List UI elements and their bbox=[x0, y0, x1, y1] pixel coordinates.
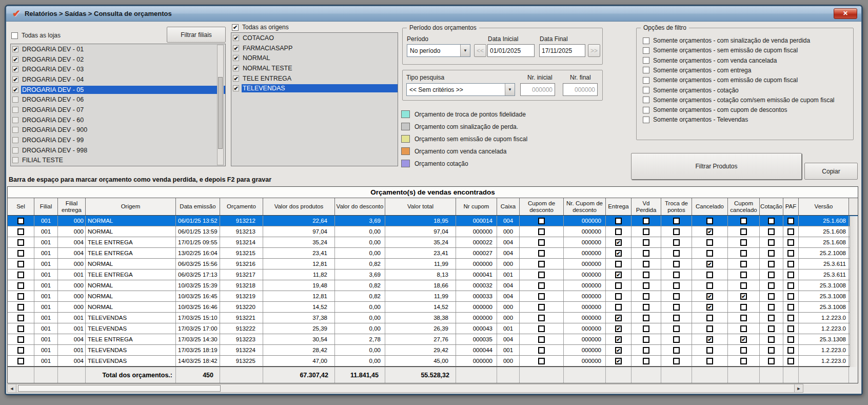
cell-troca_pontos[interactable] bbox=[661, 334, 692, 344]
cell-cancelado[interactable]: ✔ bbox=[692, 226, 728, 237]
cell-cupom_desconto[interactable] bbox=[520, 259, 564, 269]
cupom_desconto-checkbox[interactable] bbox=[538, 250, 545, 257]
cell-vd_perdida[interactable] bbox=[632, 259, 661, 269]
cell-cancelado[interactable] bbox=[692, 345, 728, 355]
sel-checkbox[interactable] bbox=[17, 336, 24, 343]
header-cell-cupom_desconto[interactable]: Cupom de desconto bbox=[520, 198, 564, 215]
cell-troca_pontos[interactable] bbox=[661, 302, 692, 312]
cell-vd_perdida[interactable] bbox=[632, 291, 661, 301]
store-item[interactable]: DROGARIA DEV - 07 bbox=[11, 105, 225, 115]
cupom_cancelado-checkbox[interactable] bbox=[740, 358, 747, 364]
origin-item[interactable]: ✔COTACAO bbox=[231, 33, 398, 43]
header-cell-entrega[interactable]: Entrega bbox=[606, 198, 632, 215]
table-row[interactable]: 001000NORMAL06/01/25 13:5991321397,040,0… bbox=[8, 226, 858, 237]
cell-entrega[interactable] bbox=[606, 280, 632, 291]
cell-troca_pontos[interactable] bbox=[661, 216, 692, 226]
cotacao-checkbox[interactable] bbox=[768, 358, 775, 364]
vd_perdida-checkbox[interactable] bbox=[643, 336, 649, 343]
cotacao-checkbox[interactable] bbox=[768, 250, 775, 257]
cell-troca_pontos[interactable] bbox=[661, 313, 692, 323]
troca_pontos-checkbox[interactable] bbox=[673, 315, 680, 321]
cell-paf[interactable] bbox=[783, 269, 799, 280]
cell-cupom_desconto[interactable] bbox=[520, 323, 564, 334]
cell-cupom_cancelado[interactable] bbox=[728, 345, 760, 355]
cupom_cancelado-checkbox[interactable] bbox=[740, 228, 747, 235]
store-item[interactable]: ✔DROGARIA DEV - 05 bbox=[11, 85, 225, 95]
cell-sel[interactable] bbox=[8, 248, 34, 258]
filter-option-checkbox[interactable] bbox=[643, 67, 649, 73]
filter-branches-button[interactable]: Filtrar filiais bbox=[167, 27, 226, 43]
troca_pontos-checkbox[interactable] bbox=[673, 347, 680, 354]
cupom_desconto-checkbox[interactable] bbox=[538, 358, 545, 364]
origin-item[interactable]: ✔NORMAL TESTE bbox=[231, 63, 398, 73]
header-cell-paf[interactable]: PAF bbox=[783, 198, 799, 215]
table-horizontal-scrollbar[interactable]: ◄ ► bbox=[7, 384, 803, 393]
cell-troca_pontos[interactable] bbox=[661, 269, 692, 280]
header-cell-valor_desconto[interactable]: Valor do desconto bbox=[335, 198, 385, 215]
entrega-checkbox[interactable]: ✔ bbox=[615, 358, 622, 364]
cancelado-checkbox[interactable] bbox=[706, 358, 713, 364]
cotacao-checkbox[interactable] bbox=[768, 336, 775, 343]
paf-checkbox[interactable] bbox=[787, 304, 794, 311]
cell-sel[interactable] bbox=[8, 291, 34, 301]
period-select[interactable]: No período ▼ bbox=[407, 44, 470, 57]
cupom_cancelado-checkbox[interactable] bbox=[740, 282, 747, 289]
cell-vd_perdida[interactable] bbox=[632, 356, 661, 366]
all-origins-checkbox[interactable]: ✔ bbox=[232, 24, 239, 31]
troca_pontos-checkbox[interactable] bbox=[673, 228, 680, 235]
sel-checkbox[interactable] bbox=[17, 293, 24, 300]
header-cell-filial[interactable]: Filial bbox=[34, 198, 58, 215]
header-cell-data_emissao[interactable]: Data emissão bbox=[176, 198, 220, 215]
cell-vd_perdida[interactable] bbox=[632, 248, 661, 258]
sel-checkbox[interactable] bbox=[17, 261, 24, 267]
cupom_desconto-checkbox[interactable] bbox=[538, 228, 545, 235]
paf-checkbox[interactable] bbox=[787, 272, 794, 278]
cell-vd_perdida[interactable] bbox=[632, 334, 661, 344]
store-item-checkbox[interactable] bbox=[12, 107, 18, 113]
troca_pontos-checkbox[interactable] bbox=[673, 239, 680, 246]
troca_pontos-checkbox[interactable] bbox=[673, 272, 680, 278]
cell-sel[interactable] bbox=[8, 356, 34, 366]
origins-listbox[interactable]: ✔COTACAO✔FARMACIASAPP✔NORMAL✔NORMAL TEST… bbox=[231, 32, 398, 166]
entrega-checkbox[interactable] bbox=[615, 228, 622, 235]
all-stores-checkbox[interactable] bbox=[11, 32, 18, 39]
cancelado-checkbox[interactable] bbox=[706, 272, 713, 278]
cell-sel[interactable] bbox=[8, 334, 34, 344]
paf-checkbox[interactable] bbox=[787, 315, 794, 321]
cell-cotacao[interactable] bbox=[760, 291, 783, 301]
table-row[interactable]: 001000NORMAL10/03/25 16:4691322014,520,0… bbox=[8, 302, 858, 313]
cell-troca_pontos[interactable] bbox=[661, 226, 692, 237]
cell-troca_pontos[interactable] bbox=[661, 280, 692, 291]
entrega-checkbox[interactable] bbox=[615, 218, 622, 224]
origin-item[interactable]: ✔FARMACIASAPP bbox=[231, 43, 398, 53]
search-type-arrow-icon[interactable]: ▼ bbox=[505, 84, 515, 95]
period-next-button[interactable]: >> bbox=[588, 44, 600, 57]
cotacao-checkbox[interactable] bbox=[768, 325, 775, 332]
cancelado-checkbox[interactable] bbox=[706, 218, 713, 224]
store-item[interactable]: DROGARIA DEV - 06 bbox=[11, 94, 225, 105]
troca_pontos-checkbox[interactable] bbox=[673, 293, 680, 300]
header-cell-valor_produtos[interactable]: Valor dos produtos bbox=[263, 198, 335, 215]
cell-paf[interactable] bbox=[783, 259, 799, 269]
cell-cupom_desconto[interactable] bbox=[520, 226, 564, 237]
cell-paf[interactable] bbox=[783, 280, 799, 291]
cell-troca_pontos[interactable] bbox=[661, 291, 692, 301]
cell-cotacao[interactable] bbox=[760, 280, 783, 291]
header-cell-origem[interactable]: Origem bbox=[86, 198, 176, 215]
troca_pontos-checkbox[interactable] bbox=[673, 304, 680, 311]
entrega-checkbox[interactable]: ✔ bbox=[615, 315, 622, 321]
origin-item-checkbox[interactable]: ✔ bbox=[233, 85, 239, 91]
cell-cancelado[interactable] bbox=[692, 356, 728, 366]
cotacao-checkbox[interactable] bbox=[768, 304, 775, 311]
sel-checkbox[interactable] bbox=[17, 228, 24, 235]
hscroll-left-arrow-icon[interactable]: ◄ bbox=[8, 384, 16, 392]
cell-cupom_cancelado[interactable] bbox=[728, 269, 760, 280]
entrega-checkbox[interactable]: ✔ bbox=[615, 325, 622, 332]
troca_pontos-checkbox[interactable] bbox=[673, 336, 680, 343]
store-item-checkbox[interactable]: ✔ bbox=[12, 76, 18, 83]
cell-cancelado[interactable]: ✔ bbox=[692, 259, 728, 269]
cotacao-checkbox[interactable] bbox=[768, 272, 775, 278]
cell-sel[interactable] bbox=[8, 345, 34, 355]
vd_perdida-checkbox[interactable] bbox=[643, 282, 649, 289]
store-item-checkbox[interactable] bbox=[12, 147, 18, 153]
